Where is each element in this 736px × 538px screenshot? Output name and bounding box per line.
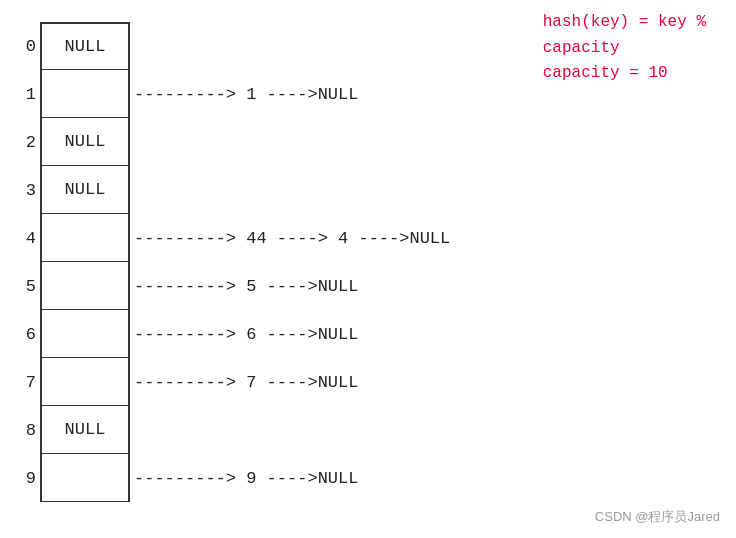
row-index: 1 [20, 70, 40, 118]
chain-content [130, 22, 134, 70]
table-row: 7---------> 7 ---->NULL [20, 358, 450, 406]
table-cell: NULL [40, 22, 130, 70]
formula-line3: capacity = 10 [543, 61, 706, 87]
table-row: 1---------> 1 ---->NULL [20, 70, 450, 118]
formula-line2: capacity [543, 36, 706, 62]
table-cell [40, 454, 130, 502]
chain-content: ---------> 1 ---->NULL [130, 70, 358, 118]
table-cell [40, 310, 130, 358]
table-row: 5---------> 5 ---->NULL [20, 262, 450, 310]
table-row: 3NULL [20, 166, 450, 214]
table-row: 9---------> 9 ---->NULL [20, 454, 450, 502]
formula-box: hash(key) = key % capacity capacity = 10 [543, 10, 706, 87]
table-row: 8NULL [20, 406, 450, 454]
chain-content [130, 118, 134, 166]
row-index: 2 [20, 118, 40, 166]
table-cell: NULL [40, 118, 130, 166]
chain-content: ---------> 5 ---->NULL [130, 262, 358, 310]
table-cell [40, 214, 130, 262]
table-row: 4---------> 44 ----> 4 ---->NULL [20, 214, 450, 262]
table-cell [40, 70, 130, 118]
row-index: 4 [20, 214, 40, 262]
table-cell: NULL [40, 166, 130, 214]
row-index: 5 [20, 262, 40, 310]
row-index: 3 [20, 166, 40, 214]
watermark: CSDN @程序员Jared [595, 508, 720, 526]
table-row: 2NULL [20, 118, 450, 166]
table-row: 0NULL [20, 22, 450, 70]
chain-content: ---------> 44 ----> 4 ---->NULL [130, 214, 450, 262]
chain-content: ---------> 7 ---->NULL [130, 358, 358, 406]
formula-line1: hash(key) = key % [543, 10, 706, 36]
row-index: 9 [20, 454, 40, 502]
row-index: 7 [20, 358, 40, 406]
table-cell [40, 262, 130, 310]
chain-content: ---------> 9 ---->NULL [130, 454, 358, 502]
row-index: 6 [20, 310, 40, 358]
row-index: 0 [20, 22, 40, 70]
table-cell: NULL [40, 406, 130, 454]
row-index: 8 [20, 406, 40, 454]
chain-content [130, 406, 134, 454]
table-cell [40, 358, 130, 406]
chain-content: ---------> 6 ---->NULL [130, 310, 358, 358]
chain-content [130, 166, 134, 214]
table-row: 6---------> 6 ---->NULL [20, 310, 450, 358]
